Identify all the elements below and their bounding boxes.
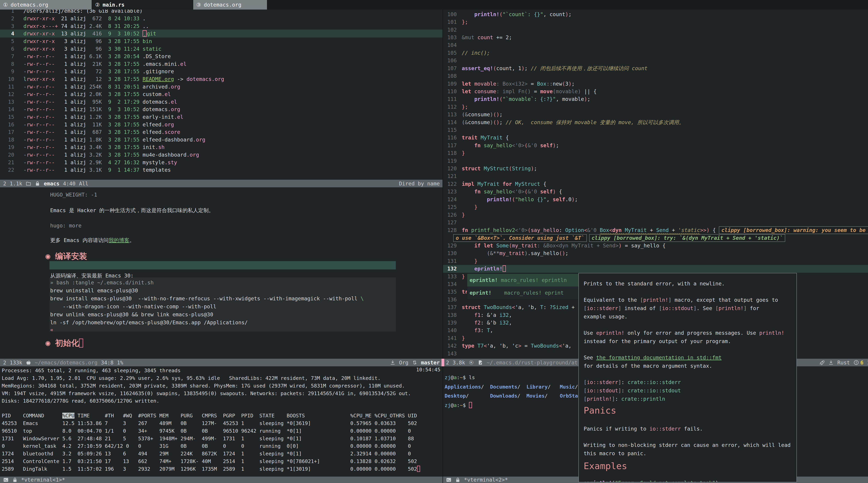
org-buffer[interactable]: HUGO_WEIGHT: -1Emacs 是 Hacker 的一种生活方式，而这… bbox=[0, 187, 443, 359]
buffer-line[interactable]: 从源码编译、安装最新 Emacs 30: bbox=[50, 272, 134, 279]
tab-dotemacs.org[interactable]: ①dotemacs.org bbox=[0, 0, 92, 9]
buffer-line[interactable]: 133} bbox=[462, 273, 465, 280]
buffer-line[interactable]: 141} bbox=[462, 334, 465, 342]
buffer-line[interactable]: 112}; bbox=[462, 103, 468, 111]
buffer-line[interactable]: ln -sf /opt/homebrew/opt/emacs-plus@30/E… bbox=[50, 319, 248, 326]
buffer-line[interactable]: 132 eprintln! bbox=[462, 265, 506, 273]
buffer-line[interactable]: 19-rw-r--r-- 1 alizj 3.4K 3 28 17:55 ini… bbox=[24, 143, 164, 151]
buffer-path[interactable]: ~/emacs/dotemacs.org bbox=[35, 360, 97, 366]
buffer-line[interactable]: Prints to the standard error, with a new… bbox=[584, 279, 725, 288]
buffer-line[interactable]: [io::stderr] instead of [io::stdout]. Se… bbox=[584, 304, 759, 312]
buffer-line[interactable]: 45253 Emacs 12.5 11:53.86 7 3 267 489M 0… bbox=[2, 419, 417, 427]
buffer-line[interactable]: zj@a:~$ bbox=[444, 401, 472, 409]
buffer-line[interactable]: eprintln!("Error: Could not complete tas… bbox=[584, 479, 722, 482]
buffer-line[interactable]: Examples bbox=[584, 461, 627, 469]
buffer-line[interactable]: Disks: 184277618/2778G read, 60375066/12… bbox=[2, 397, 159, 405]
major-mode[interactable]: Rust bbox=[837, 360, 850, 366]
buffer-line[interactable]: 138 f1: &'a i32, bbox=[462, 311, 512, 319]
buffer-line[interactable]: Applications/ Documents/ Library/ Music/ bbox=[444, 383, 578, 391]
buffer-line[interactable]: 142type T7<'a, 'b, 'c> = TwoBounds<'a, bbox=[462, 342, 571, 350]
buffer-line[interactable]: 109let movable: Box<i32> = Box::new(3); bbox=[462, 80, 575, 88]
buffer-line[interactable]: 2drwxr-xr-x 21 alizj 672 8 24 10:33 . bbox=[24, 15, 146, 22]
buffer-line[interactable]: 123 fn say_hello<'0>(&'0 self) { bbox=[462, 188, 562, 195]
buffer-line[interactable]: Writing to non-blocking stderr can cause… bbox=[584, 441, 790, 449]
buffer-line[interactable]: [io::stderr]: crate::io::stderr bbox=[584, 378, 681, 387]
buffer-line[interactable]: 118} bbox=[462, 149, 465, 157]
buffer-line[interactable]: brew unlink emacs-plus@30 && brew link e… bbox=[50, 311, 213, 319]
buffer-line[interactable]: 6drwxr-xr-x 3 alizj 96 3 30 11:24 static bbox=[24, 45, 161, 53]
buffer-line[interactable]: 107assert_eq!(count, 1); // 闭包后续不再使用，故还可… bbox=[462, 65, 648, 72]
buffer-line[interactable]: Desktop/ Downloads/ Movies/ OrbStack/ bbox=[444, 392, 587, 400]
buffer-line[interactable]: 113(&consume)(); bbox=[462, 111, 503, 118]
buffer-name[interactable]: *vterminal<2>* bbox=[464, 477, 508, 483]
buffer-line[interactable]: for details of the macro argument syntax… bbox=[584, 362, 712, 370]
buffer-line[interactable]: 0 kernel_task 4.2 27:10:59 642/12 0 0 31… bbox=[2, 442, 411, 450]
buffer-line[interactable]: zj@a:~$ ls bbox=[444, 373, 475, 381]
buffer-name[interactable]: emacs bbox=[44, 181, 59, 187]
buffer-line[interactable]: MemRegions: 304168 total, 3752M resident… bbox=[2, 382, 405, 390]
buffer-line[interactable]: [io::stdout]: crate::io::stdout bbox=[584, 387, 681, 395]
terminal-1[interactable]: Processes: 465 total, 2 running, 463 sle… bbox=[0, 366, 443, 477]
buffer-line[interactable]: 131 } bbox=[462, 257, 477, 265]
buffer-path[interactable]: ~/.emacs.d/rust-playground/at-20 bbox=[487, 360, 587, 366]
buffer-line[interactable]: 100 println!("`count`: {}", count); bbox=[462, 10, 571, 18]
buffer-line[interactable]: 130 (&**my_trait).say_hello(); bbox=[462, 249, 568, 257]
buffer-line[interactable]: brew install emacs-plus@30 --with-no-fra… bbox=[50, 295, 364, 302]
error-count[interactable]: 6 bbox=[860, 360, 864, 366]
buffer-line[interactable]: ◉ 初始化 bbox=[45, 338, 83, 348]
buffer-line[interactable]: o use `&Box<T>`. Consider using just `&T… bbox=[453, 234, 785, 242]
buffer-line[interactable]: « bbox=[50, 326, 53, 334]
window-divider[interactable] bbox=[442, 0, 443, 483]
buffer-line[interactable]: --with-dragon-icon --with-native-comp --… bbox=[50, 303, 216, 310]
buffer-line[interactable]: 116trait MyTrait { bbox=[462, 134, 509, 142]
buffer-line[interactable]: 17-rw-r--r-- 1 alizj 687 3 28 17:55 elfe… bbox=[24, 128, 180, 136]
tab-main.rs[interactable]: ②main.rs bbox=[92, 0, 193, 9]
buffer-line[interactable]: Equivalent to the [println!] macro, exce… bbox=[584, 296, 778, 304]
buffer-line[interactable]: 129 if let Some(my_trait: &Box<dyn MyTra… bbox=[462, 242, 665, 249]
buffer-line[interactable]: VM: 194T vsize, 4915M framework vsize, 1… bbox=[2, 390, 411, 397]
buffer-line[interactable]: HUGO_WEIGHT: -1 bbox=[50, 191, 97, 199]
buffer-line[interactable]: 114(&consume)(); // OK, consume 保持对 mova… bbox=[462, 119, 684, 126]
buffer-line[interactable]: ◉ 编译安装 bbox=[45, 251, 87, 261]
dired-buffer[interactable]: 1/Users/alizj/emacs: (36 GiB available)2… bbox=[0, 9, 443, 180]
completion-item-eprint[interactable]: eprint! macro_rules! eprint bbox=[467, 286, 580, 299]
buffer-line[interactable]: PID COMMAND %CPU TIME #TH #WQ #PORTS MEM… bbox=[2, 412, 417, 419]
buffer-line[interactable]: Processes: 465 total, 2 running, 463 sle… bbox=[2, 367, 181, 374]
tab-dotemacs.org[interactable]: ③dotemacs.org bbox=[193, 0, 267, 9]
buffer-line[interactable]: [println!]: crate::println bbox=[584, 395, 665, 403]
buffer-line[interactable]: 4drwxr-xr-x 13 alizj 416 9 3 10:52 .git bbox=[24, 30, 156, 37]
buffer-line[interactable]: 18-rw-r--r-- 1 alizj 1.8K 3 28 17:55 elf… bbox=[24, 136, 205, 144]
buffer-line[interactable]: 9-rw-r--r-- 1 alizj 72 3 28 17:55 .gitig… bbox=[24, 68, 174, 76]
buffer-line[interactable]: Emacs 是 Hacker 的一种生活方式，而这是符合我口味的私人定制。 bbox=[50, 207, 214, 214]
buffer-line[interactable]: 15-rw-r--r-- 1 alizj 1.2K 3 28 17:55 ear… bbox=[24, 113, 183, 121]
buffer-line[interactable]: 8-rw-r--r-- 1 alizj 21K 3 28 17:55 .emac… bbox=[24, 60, 186, 68]
buffer-line[interactable]: 1/Users/alizj/emacs: (36 GiB available) bbox=[24, 9, 143, 15]
buffer-line[interactable]: » bash :tangle ~/.emacs.d/init.sh bbox=[50, 279, 154, 286]
buffer-line[interactable]: instead for the primary output of your p… bbox=[584, 337, 731, 345]
buffer-line[interactable]: 10lrwxr-xr-x 1 alizj 12 3 28 17:55 READM… bbox=[24, 76, 224, 83]
buffer-line[interactable]: Panics bbox=[584, 405, 616, 414]
buffer-line[interactable]: 3drwxr-x---+ 74 alizj 2.4K 8 31 20:25 .. bbox=[24, 22, 149, 30]
buffer-line[interactable]: example usage. bbox=[584, 312, 627, 321]
buffer-line[interactable]: 105// inc(); bbox=[462, 49, 490, 57]
buffer-line[interactable]: 7-rw-r--r-- 1 alizj 6.1K 3 28 20:54 .DS_… bbox=[24, 53, 171, 60]
buffer-line[interactable]: 11-rw-r--r-- 1 alizj 254K 8 31 20:51 arc… bbox=[24, 83, 180, 91]
buffer-line[interactable]: 更多 Emacs 内容请访问我的博客。 bbox=[50, 237, 134, 244]
buffer-line[interactable]: 110let consume: impl Fn() = move(movable… bbox=[462, 88, 597, 95]
buffer-line[interactable]: See the formatting documentation in std:… bbox=[584, 354, 722, 362]
buffer-line[interactable]: 140 f3: T, bbox=[462, 327, 493, 334]
buffer-line[interactable]: 125 } bbox=[462, 203, 477, 211]
buffer-line[interactable]: hugo: more bbox=[50, 222, 82, 230]
buffer-line[interactable]: 120struct MyStruct(String); bbox=[462, 165, 537, 172]
buffer-line[interactable]: 111 println!("`movable`: {:?}", movable)… bbox=[462, 95, 590, 103]
buffer-line[interactable]: Load Avg: 1.70, 1.95, 2.01 CPU usage: 2.… bbox=[2, 374, 380, 382]
buffer-line[interactable]: this macro to panic. bbox=[584, 449, 646, 458]
buffer-line[interactable]: 137struct TwoBounds<'a, 'b, T: ?Sized + bbox=[462, 303, 575, 311]
buffer-line[interactable]: 1731 WindowServer 5.6 27:48:48 21 5 5378… bbox=[2, 435, 414, 442]
buffer-name[interactable]: *vterminal<1>* bbox=[21, 477, 65, 483]
buffer-line[interactable]: 21-rw-r--r-- 1 alizj 2.9K 4 27 16:32 mys… bbox=[24, 159, 177, 166]
buffer-line[interactable]: 14-rw-r--r-- 1 alizj 151K 9 3 10:52 dote… bbox=[24, 105, 180, 113]
buffer-line[interactable]: 101}; bbox=[462, 18, 468, 26]
buffer-line[interactable]: 126} bbox=[462, 211, 465, 219]
buffer-line[interactable]: 1724 bluetoothd 3.2 05:09:26 13 6 494 29… bbox=[2, 450, 411, 457]
